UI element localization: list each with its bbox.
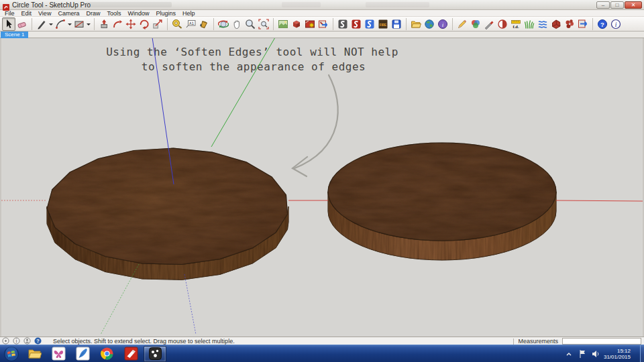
photo-textures-tool[interactable]	[303, 17, 317, 31]
show-desktop-button[interactable]	[640, 345, 644, 362]
save-icon	[391, 19, 402, 29]
left-disk[interactable]	[47, 148, 288, 280]
menu-plugins[interactable]: Plugins	[152, 10, 179, 17]
about-icon: i	[610, 19, 621, 29]
toggle-terrain-icon	[291, 19, 302, 29]
start-button[interactable]	[1, 346, 21, 362]
zoom-extents-tool[interactable]	[257, 17, 270, 31]
taskbar-app-pen-app[interactable]	[71, 346, 94, 362]
text-annotation-tool[interactable]: A1	[184, 17, 197, 31]
menu-help[interactable]: Help	[179, 10, 199, 17]
eraser-tool[interactable]	[15, 17, 29, 31]
clock-time: 15:12	[604, 348, 631, 354]
scene-canvas: Using the ‘Soften Edges’ tool will NOT h…	[1, 38, 643, 337]
line-dropdown[interactable]	[48, 17, 54, 31]
scene-tab[interactable]: Scene 1	[1, 32, 28, 38]
toolbar-separator	[167, 18, 168, 30]
fredo-tools-tool[interactable]: f.d.	[509, 17, 523, 31]
volume-icon[interactable]	[590, 349, 601, 359]
scale-tool[interactable]	[151, 17, 164, 31]
taskbar-app-sketchup[interactable]	[119, 346, 142, 362]
menu-tools[interactable]: Tools	[103, 10, 124, 17]
menu-draw[interactable]: Draw	[83, 10, 103, 17]
minimize-button[interactable]: –	[596, 1, 610, 9]
move-tool[interactable]	[124, 17, 138, 31]
save-tool[interactable]	[390, 17, 403, 31]
menu-view[interactable]: View	[35, 10, 54, 17]
sketchucation-blue-tool[interactable]	[363, 17, 376, 31]
color-wheel-tool[interactable]	[469, 17, 482, 31]
waves-tool[interactable]	[536, 17, 549, 31]
rectangle-tool[interactable]	[72, 17, 86, 31]
pen-app-icon	[76, 347, 90, 361]
window-title: Circle Tool - SketchUp Pro	[12, 1, 91, 9]
orbit-tool[interactable]	[217, 17, 230, 31]
restore-button[interactable]: □	[610, 1, 624, 9]
viewport-3d[interactable]: Using the ‘Soften Edges’ tool will NOT h…	[0, 38, 644, 337]
paint-bucket-tool[interactable]	[197, 17, 211, 31]
tape-measure-tool[interactable]	[170, 17, 184, 31]
arc-dropdown[interactable]	[67, 17, 72, 31]
model-info-tool[interactable]: i	[436, 17, 449, 31]
measurements-input[interactable]	[562, 338, 641, 345]
select-tool[interactable]	[2, 17, 15, 31]
cluster-icon	[564, 19, 575, 29]
help-tool[interactable]: ?	[596, 17, 609, 31]
taskbar-app-chrome[interactable]	[95, 346, 118, 362]
about-tool[interactable]: i	[609, 17, 623, 31]
fire-tool[interactable]: FIRE	[376, 17, 390, 31]
grass-tool[interactable]	[523, 17, 536, 31]
sketchucation-blue-icon	[364, 19, 375, 29]
arc-tool[interactable]	[54, 17, 67, 31]
svg-text:?: ?	[600, 20, 604, 27]
toggle-terrain-tool[interactable]	[290, 17, 303, 31]
menu-file[interactable]: File	[1, 10, 18, 17]
rectangle-dropdown[interactable]	[86, 17, 91, 31]
cluster-tool[interactable]	[563, 17, 576, 31]
rotate-tool[interactable]	[138, 17, 151, 31]
menu-window[interactable]: Window	[124, 10, 152, 17]
follow-me-tool[interactable]	[111, 17, 124, 31]
contrast-tool[interactable]	[496, 17, 509, 31]
scale-icon	[152, 19, 163, 29]
menu-camera[interactable]: Camera	[54, 10, 83, 17]
geolocate-icon[interactable]	[2, 337, 9, 345]
user-icon[interactable]	[23, 337, 31, 345]
export-tool[interactable]	[576, 17, 590, 31]
taskbar-app-explorer[interactable]	[23, 346, 46, 362]
tray-expand-icon[interactable]	[564, 349, 574, 359]
svg-text:FIRE: FIRE	[380, 23, 386, 26]
help-status-icon[interactable]: ?	[34, 337, 42, 345]
preview-tool[interactable]	[317, 17, 330, 31]
pan-icon	[231, 19, 242, 29]
close-button[interactable]: ✕	[625, 1, 642, 9]
zoom-tool[interactable]	[244, 17, 257, 31]
sketchucation-gray-tool[interactable]	[336, 17, 350, 31]
pan-tool[interactable]	[230, 17, 244, 31]
pen-tool[interactable]	[482, 17, 496, 31]
photo-viewer-icon	[52, 347, 66, 361]
sketchucation-red-tool[interactable]	[350, 17, 363, 31]
paint-bucket-icon	[199, 19, 209, 29]
pencil-tool[interactable]	[455, 17, 469, 31]
titlebar-artifact	[86, 2, 172, 7]
globe-tool[interactable]	[423, 17, 436, 31]
action-center-icon[interactable]	[577, 349, 588, 359]
open-folder-icon	[411, 19, 421, 29]
text-annotation-icon: A1	[185, 19, 196, 29]
push-pull-tool[interactable]	[97, 17, 111, 31]
taskbar-app-capture[interactable]	[144, 346, 166, 362]
taskbar-app-photo-viewer[interactable]	[47, 346, 70, 362]
move-icon	[125, 19, 136, 29]
credits-icon[interactable]: i	[13, 337, 20, 345]
line-tool[interactable]	[35, 17, 48, 31]
add-location-tool[interactable]	[276, 17, 290, 31]
fire-icon: FIRE	[378, 19, 388, 29]
explorer-icon	[28, 347, 42, 361]
open-folder-tool[interactable]	[409, 17, 423, 31]
right-disk[interactable]	[328, 143, 556, 260]
solid-tool[interactable]	[549, 17, 563, 31]
photo-textures-icon	[305, 19, 315, 29]
clock[interactable]: 15:12 31/01/2015	[604, 348, 631, 360]
menu-edit[interactable]: Edit	[18, 10, 36, 17]
